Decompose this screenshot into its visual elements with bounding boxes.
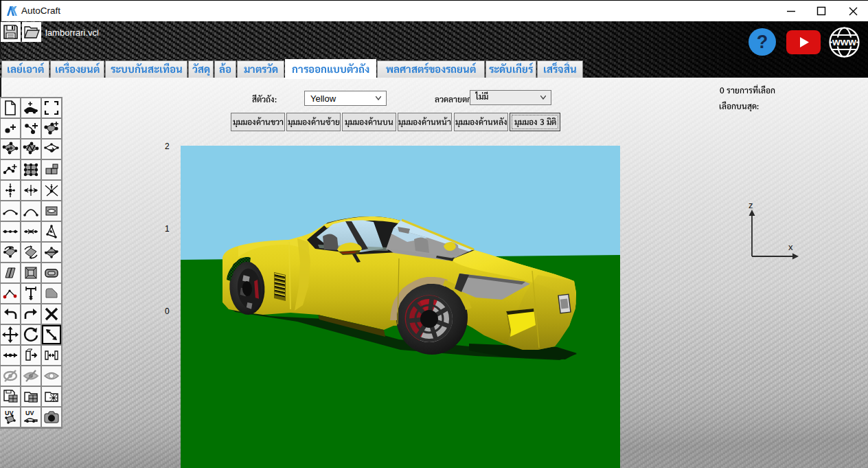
svg-text:UV: UV (25, 410, 34, 416)
svg-text:x: x (788, 242, 793, 252)
svg-text:www: www (832, 36, 856, 47)
svg-text:?: ? (757, 32, 768, 52)
svg-text:z: z (749, 200, 753, 210)
